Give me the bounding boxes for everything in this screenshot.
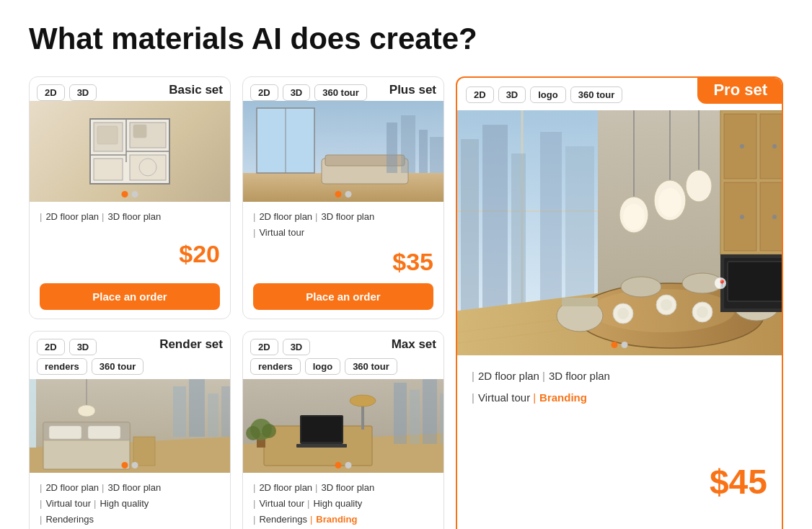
- svg-point-95: [262, 424, 276, 438]
- svg-point-62: [772, 144, 777, 148]
- dot-active: [612, 342, 618, 348]
- cards-grid: 2D 3D Basic set: [29, 76, 783, 529]
- svg-rect-77: [30, 379, 36, 448]
- basic-features: |2D floor plan |3D floor plan: [40, 209, 220, 225]
- svg-rect-76: [133, 437, 155, 466]
- plus-order-button[interactable]: Place an order: [253, 283, 433, 310]
- dot-active: [335, 191, 342, 197]
- plus-set-card: 2D 3D 360 tour Plus set: [242, 76, 444, 319]
- render-dots: [122, 462, 138, 468]
- render-features: |2D floor plan |3D floor plan |Virtual t…: [40, 480, 220, 528]
- dot-active: [122, 191, 128, 197]
- basic-card-image: [30, 101, 230, 202]
- plus-card-header: 2D 3D 360 tour Plus set: [243, 77, 443, 101]
- dot-inactive: [132, 191, 138, 197]
- pro-price: $45: [710, 462, 767, 502]
- render-card-header: 2D 3D Render set: [30, 332, 230, 355]
- plus-price: $35: [392, 248, 433, 276]
- svg-rect-88: [301, 417, 342, 442]
- tag-3d: 3D: [69, 339, 97, 355]
- svg-rect-78: [173, 386, 186, 437]
- max-card-body: |2D floor plan |3D floor plan |Virtual t…: [243, 473, 443, 529]
- tag-360: 360 tour: [314, 84, 367, 101]
- svg-point-61: [740, 144, 744, 148]
- tag-renders: renders: [250, 358, 301, 375]
- dot-inactive: [345, 191, 352, 197]
- dot-inactive: [622, 342, 628, 348]
- svg-point-47: [697, 306, 708, 318]
- svg-rect-98: [423, 379, 437, 444]
- tag-360: 360 tour: [570, 86, 623, 103]
- tag-2d: 2D: [250, 84, 278, 101]
- plus-card-body: |2D floor plan |3D floor plan |Virtual t…: [243, 202, 443, 319]
- tag-3d: 3D: [283, 84, 311, 101]
- svg-point-94: [246, 426, 260, 440]
- max-card-header: 2D 3D Max set: [243, 332, 443, 355]
- svg-rect-96: [394, 383, 407, 444]
- pro-card-header: 2D 3D logo 360 tour Pro set: [457, 78, 782, 110]
- basic-dots: [122, 191, 138, 197]
- render-card-image: [30, 379, 230, 473]
- pro-set-label: Pro set: [697, 76, 783, 104]
- basic-card-body: |2D floor plan |3D floor plan $20 Place …: [30, 202, 230, 319]
- basic-card-header: 2D 3D Basic set: [30, 77, 230, 101]
- max-dots: [335, 462, 352, 468]
- svg-rect-79: [189, 379, 205, 437]
- svg-rect-80: [208, 394, 219, 437]
- plus-card-image: [243, 101, 443, 202]
- svg-rect-26: [482, 125, 508, 312]
- tag-2d: 2D: [250, 339, 278, 355]
- pro-set-card: 2D 3D logo 360 tour Pro set: [456, 76, 783, 529]
- svg-rect-7: [133, 125, 146, 138]
- dot-active: [122, 462, 128, 468]
- svg-rect-27: [511, 154, 526, 312]
- svg-point-43: [617, 308, 629, 319]
- svg-rect-25: [461, 139, 479, 312]
- render-set-label: Render set: [159, 337, 223, 352]
- tag-renders: renders: [37, 358, 87, 375]
- basic-order-button[interactable]: Place an order: [40, 283, 220, 310]
- max-set-card: 2D 3D Max set renders logo 360 tour: [242, 331, 444, 529]
- plus-set-label: Plus set: [389, 83, 436, 97]
- pro-card-body: |2D floor plan |3D floor plan |Virtual t…: [457, 355, 782, 529]
- plus-features: |2D floor plan |3D floor plan |Virtual t…: [253, 209, 433, 241]
- svg-rect-58: [760, 114, 782, 179]
- svg-rect-81: [221, 386, 230, 437]
- floorplan-svg: [83, 112, 177, 191]
- tag-360: 360 tour: [345, 358, 397, 375]
- pro-features: |2D floor plan |3D floor plan |Virtual t…: [472, 367, 767, 406]
- svg-rect-67: [728, 262, 782, 301]
- dot-inactive: [345, 462, 352, 468]
- tag-2d: 2D: [37, 339, 65, 355]
- max-card-subtags: renders logo 360 tour: [243, 355, 443, 379]
- svg-rect-75: [88, 426, 120, 439]
- svg-text:📍: 📍: [718, 279, 727, 288]
- render-card-subtags: renders 360 tour: [30, 355, 230, 379]
- plus-price-row: $35: [253, 248, 433, 276]
- pro-dots: [612, 342, 628, 348]
- svg-rect-18: [401, 115, 415, 173]
- tag-3d: 3D: [283, 339, 311, 355]
- svg-point-45: [661, 299, 672, 311]
- max-set-label: Max set: [392, 337, 436, 352]
- pro-card-image: 📍: [457, 110, 782, 355]
- dot-active: [335, 462, 342, 468]
- svg-rect-5: [97, 126, 118, 144]
- svg-point-50: [623, 204, 645, 230]
- page-title: What materials AI does create?: [29, 22, 783, 56]
- svg-rect-74: [49, 426, 81, 439]
- pro-dining-svg: 📍: [457, 110, 782, 355]
- svg-point-64: [772, 215, 777, 219]
- dot-inactive: [132, 462, 138, 468]
- max-features: |2D floor plan |3D floor plan |Virtual t…: [253, 480, 433, 528]
- svg-point-53: [658, 188, 681, 217]
- tag-logo: logo: [530, 86, 565, 103]
- plus-dots: [335, 191, 352, 197]
- tag-360: 360 tour: [92, 358, 144, 375]
- tag-logo: logo: [305, 358, 340, 375]
- basic-price: $20: [179, 240, 220, 268]
- tag-2d: 2D: [466, 86, 494, 103]
- svg-rect-97: [410, 390, 420, 444]
- render-bedroom-svg: [30, 379, 230, 473]
- svg-point-40: [621, 277, 661, 297]
